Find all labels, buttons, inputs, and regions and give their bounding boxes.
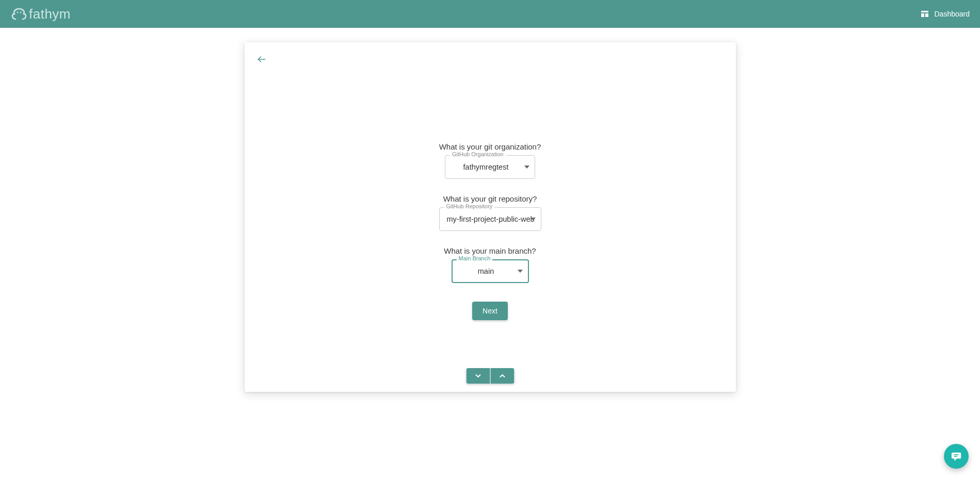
- branch-field-label: Main Branch: [457, 255, 493, 261]
- dashboard-link[interactable]: Dashboard: [920, 9, 970, 19]
- brand-text: fathym: [29, 6, 71, 22]
- branch-question: What is your main branch?: [444, 246, 536, 255]
- logo-octopus-icon: [10, 6, 28, 22]
- dashboard-label: Dashboard: [935, 10, 970, 18]
- brand-logo: fathym: [10, 6, 71, 22]
- step-nav: [466, 368, 514, 384]
- setup-card: What is your git organization? GitHub Or…: [245, 42, 736, 392]
- form-area: What is your git organization? GitHub Or…: [439, 142, 541, 320]
- chevron-down-icon: [518, 270, 523, 273]
- org-question: What is your git organization?: [439, 142, 541, 151]
- arrow-left-icon: [256, 54, 267, 64]
- chat-icon: [951, 451, 962, 462]
- branch-select[interactable]: main: [452, 259, 529, 283]
- next-button[interactable]: Next: [472, 302, 508, 320]
- app-header: fathym Dashboard: [0, 0, 980, 28]
- svg-rect-6: [954, 454, 958, 455]
- repo-field: GitHub Repository my-first-project-publi…: [439, 207, 541, 231]
- step-down-button[interactable]: [466, 368, 490, 384]
- svg-point-1: [20, 12, 22, 13]
- chevron-down-icon: [531, 218, 536, 221]
- org-select[interactable]: fathymregtest: [445, 155, 535, 179]
- org-field-label: GitHub Organization: [450, 151, 506, 157]
- step-up-button[interactable]: [490, 368, 514, 384]
- back-button[interactable]: [254, 52, 269, 67]
- branch-field: Main Branch main: [452, 259, 529, 283]
- repo-question: What is your git repository?: [443, 194, 537, 203]
- svg-rect-4: [925, 13, 928, 17]
- svg-rect-2: [921, 11, 928, 12]
- chat-button[interactable]: [944, 444, 969, 469]
- branch-select-value: main: [460, 267, 512, 275]
- page-body: What is your git organization? GitHub Or…: [0, 28, 980, 412]
- repo-select[interactable]: my-first-project-public-web: [439, 207, 541, 231]
- repo-field-label: GitHub Repository: [444, 203, 495, 209]
- dashboard-icon: [920, 9, 929, 19]
- chevron-up-icon: [499, 372, 506, 379]
- svg-point-0: [17, 12, 19, 13]
- svg-rect-3: [921, 13, 924, 17]
- chevron-down-icon: [524, 165, 529, 169]
- repo-select-value: my-first-project-public-web: [447, 215, 525, 223]
- org-field: GitHub Organization fathymregtest: [445, 155, 535, 179]
- svg-rect-7: [954, 456, 957, 457]
- chevron-down-icon: [474, 372, 481, 379]
- org-select-value: fathymregtest: [453, 163, 519, 171]
